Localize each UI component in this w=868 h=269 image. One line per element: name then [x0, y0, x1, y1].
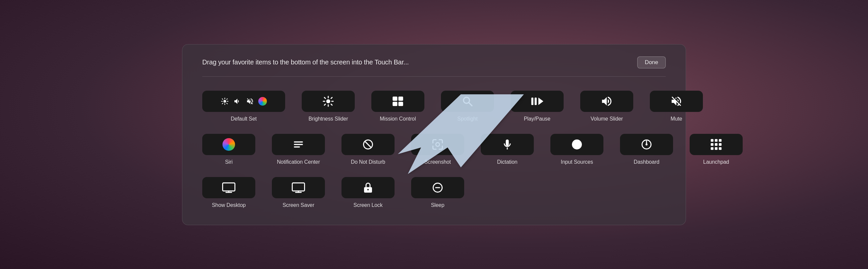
svg-rect-42	[711, 139, 713, 141]
svg-rect-51	[222, 183, 235, 191]
siri-button[interactable]	[202, 134, 255, 155]
mission-control-label: Mission Control	[380, 116, 416, 122]
brightness-icon	[322, 95, 334, 107]
item-screen-saver[interactable]: Screen Saver	[272, 177, 325, 208]
touch-bar-customization-panel: Drag your favorite items to the bottom o…	[182, 44, 686, 225]
show-desktop-button[interactable]	[202, 177, 255, 198]
dashboard-icon	[641, 138, 652, 151]
screenshot-icon	[431, 138, 444, 151]
mute-button[interactable]	[650, 91, 703, 112]
item-dictation[interactable]: Dictation	[481, 134, 534, 165]
item-brightness-slider[interactable]: Brightness Slider	[302, 91, 355, 122]
screen-lock-button[interactable]	[341, 177, 395, 198]
svg-rect-19	[393, 96, 397, 101]
launchpad-label: Launchpad	[703, 159, 729, 165]
item-notification-center[interactable]: Notification Center	[272, 134, 325, 165]
item-dashboard[interactable]: Dashboard	[620, 134, 673, 165]
show-desktop-label: Show Desktop	[212, 202, 246, 208]
svg-rect-21	[393, 102, 397, 106]
item-launchpad[interactable]: Launchpad	[690, 134, 743, 165]
svg-rect-45	[711, 143, 713, 145]
mission-control-button[interactable]	[371, 91, 424, 112]
item-spotlight[interactable]: Spotlight	[441, 91, 494, 122]
input-sources-icon	[571, 138, 583, 151]
siri-label: Siri	[225, 159, 233, 165]
play-pause-label: Play/Pause	[524, 116, 550, 122]
volume-slider-button[interactable]	[580, 91, 633, 112]
screenshot-label: Screenshot	[424, 159, 451, 165]
play-pause-icon	[530, 95, 544, 107]
do-not-disturb-button[interactable]	[341, 134, 395, 155]
screenshot-button[interactable]	[411, 134, 464, 155]
play-pause-button[interactable]	[510, 91, 564, 112]
spotlight-icon	[462, 95, 473, 107]
notification-center-label: Notification Center	[277, 159, 320, 165]
item-mission-control[interactable]: Mission Control	[371, 91, 424, 122]
svg-point-58	[367, 189, 369, 190]
item-do-not-disturb[interactable]: Do Not Disturb	[341, 134, 395, 165]
do-not-disturb-label: Do Not Disturb	[351, 159, 385, 165]
volume-slider-label: Volume Slider	[590, 116, 623, 122]
svg-rect-33	[507, 147, 508, 150]
item-mute[interactable]: Mute	[650, 91, 703, 122]
default-set-label: Default Set	[231, 116, 257, 122]
done-button[interactable]: Done	[637, 56, 666, 69]
svg-point-10	[326, 99, 330, 103]
mini-volume-icon	[232, 96, 243, 107]
svg-line-8	[227, 99, 227, 99]
launchpad-button[interactable]	[690, 134, 743, 155]
mini-mute-icon	[245, 96, 255, 107]
svg-rect-25	[531, 97, 533, 105]
svg-rect-20	[399, 96, 403, 101]
svg-marker-27	[538, 97, 544, 105]
svg-line-16	[331, 104, 332, 105]
sleep-label: Sleep	[431, 202, 444, 208]
dashboard-button[interactable]	[620, 134, 673, 155]
row-3: Show Desktop Screen Saver	[202, 177, 666, 208]
sleep-icon	[432, 182, 444, 194]
svg-rect-46	[715, 143, 717, 145]
row-2: Siri Notification Center	[202, 134, 666, 165]
do-not-disturb-icon	[362, 138, 374, 151]
volume-icon	[600, 95, 613, 108]
default-set-inner	[215, 96, 273, 107]
svg-line-7	[227, 103, 227, 104]
screen-lock-label: Screen Lock	[353, 202, 382, 208]
svg-rect-50	[719, 147, 721, 150]
input-sources-label: Input Sources	[561, 159, 593, 165]
notification-center-icon	[292, 138, 304, 151]
screen-saver-button[interactable]	[272, 177, 325, 198]
item-volume-slider[interactable]: Volume Slider	[580, 91, 633, 122]
mute-icon	[670, 95, 683, 108]
spotlight-button[interactable]	[441, 91, 494, 112]
item-screenshot[interactable]: Screenshot	[411, 134, 464, 165]
brightness-slider-button[interactable]	[302, 91, 355, 112]
siri-icon	[222, 138, 235, 151]
item-screen-lock[interactable]: Screen Lock	[341, 177, 395, 208]
dashboard-label: Dashboard	[633, 159, 659, 165]
item-default-set[interactable]: Default Set	[202, 91, 285, 122]
mini-siri-icon	[257, 96, 268, 107]
item-input-sources[interactable]: Input Sources	[550, 134, 603, 165]
launchpad-icon	[710, 138, 722, 151]
item-play-pause[interactable]: Play/Pause	[510, 91, 564, 122]
svg-rect-22	[399, 102, 403, 106]
mini-brightness-icon	[219, 96, 230, 107]
default-set-button[interactable]	[202, 91, 285, 112]
input-sources-button[interactable]	[550, 134, 603, 155]
brightness-slider-label: Brightness Slider	[308, 116, 348, 122]
svg-line-17	[331, 97, 332, 98]
item-sleep[interactable]: Sleep	[411, 177, 464, 208]
dictation-button[interactable]	[481, 134, 534, 155]
svg-rect-43	[715, 139, 717, 141]
svg-line-9	[222, 103, 223, 104]
sleep-button[interactable]	[411, 177, 464, 198]
svg-line-15	[324, 97, 325, 98]
item-show-desktop[interactable]: Show Desktop	[202, 177, 255, 208]
item-siri[interactable]: Siri	[202, 134, 255, 165]
items-grid: Default Set B	[202, 91, 666, 208]
row-1: Default Set B	[202, 91, 666, 122]
svg-rect-26	[535, 97, 537, 105]
notification-center-button[interactable]	[272, 134, 325, 155]
screen-saver-label: Screen Saver	[282, 202, 314, 208]
